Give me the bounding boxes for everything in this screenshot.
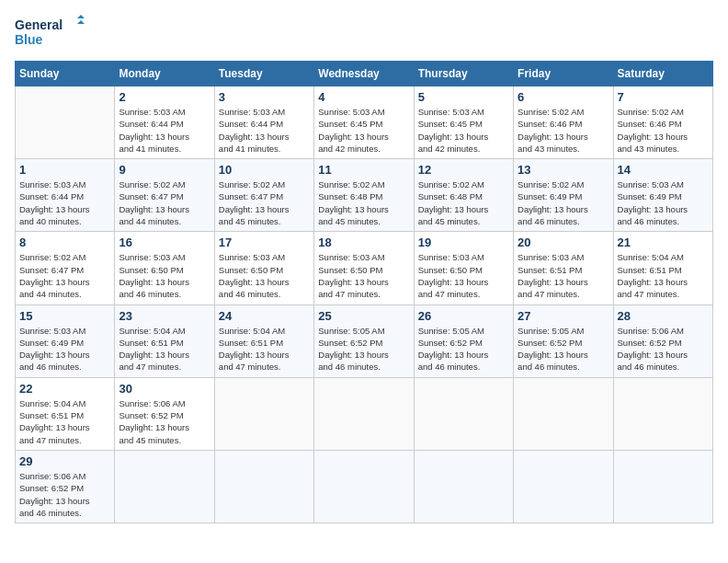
day-number: 1 <box>19 163 110 177</box>
calendar-cell: 1Sunrise: 5:03 AMSunset: 6:44 PMDaylight… <box>16 159 115 232</box>
col-header-thursday: Thursday <box>414 62 513 86</box>
day-detail: Sunrise: 5:04 AMSunset: 6:51 PMDaylight:… <box>219 325 310 373</box>
calendar-cell: 17Sunrise: 5:03 AMSunset: 6:50 PMDayligh… <box>214 232 313 304</box>
day-number: 20 <box>518 236 609 249</box>
day-detail: Sunrise: 5:02 AMSunset: 6:47 PMDaylight:… <box>19 251 110 300</box>
calendar-cell: 6Sunrise: 5:02 AMSunset: 6:46 PMDaylight… <box>514 86 613 159</box>
calendar-cell: 22Sunrise: 5:04 AMSunset: 6:51 PMDayligh… <box>16 377 115 450</box>
calendar-cell <box>16 86 115 159</box>
col-header-tuesday: Tuesday <box>214 62 313 86</box>
calendar-cell: 28Sunrise: 5:06 AMSunset: 6:52 PMDayligh… <box>613 304 712 377</box>
calendar-cell <box>613 450 712 523</box>
day-detail: Sunrise: 5:04 AMSunset: 6:51 PMDaylight:… <box>119 325 210 373</box>
day-number: 27 <box>518 309 609 323</box>
day-number: 7 <box>618 90 709 104</box>
day-number: 3 <box>219 90 310 104</box>
day-detail: Sunrise: 5:03 AMSunset: 6:44 PMDaylight:… <box>219 106 310 155</box>
day-number: 18 <box>318 236 409 249</box>
calendar-cell: 13Sunrise: 5:02 AMSunset: 6:49 PMDayligh… <box>514 159 613 232</box>
day-detail: Sunrise: 5:04 AMSunset: 6:51 PMDaylight:… <box>618 251 709 300</box>
day-number: 15 <box>19 309 110 323</box>
day-detail: Sunrise: 5:03 AMSunset: 6:44 PMDaylight:… <box>119 106 210 155</box>
calendar-cell <box>214 377 313 450</box>
calendar-cell: 24Sunrise: 5:04 AMSunset: 6:51 PMDayligh… <box>214 304 313 377</box>
calendar-cell <box>414 377 513 450</box>
calendar-cell: 7Sunrise: 5:02 AMSunset: 6:46 PMDaylight… <box>613 86 712 159</box>
day-number: 14 <box>618 163 709 177</box>
calendar-body: 2Sunrise: 5:03 AMSunset: 6:44 PMDaylight… <box>16 86 713 523</box>
calendar-cell: 21Sunrise: 5:04 AMSunset: 6:51 PMDayligh… <box>613 232 712 304</box>
calendar-cell: 4Sunrise: 5:03 AMSunset: 6:45 PMDaylight… <box>314 86 414 159</box>
day-number: 29 <box>19 454 110 468</box>
day-detail: Sunrise: 5:05 AMSunset: 6:52 PMDaylight:… <box>518 325 609 373</box>
page-header: General Blue <box>15 15 713 52</box>
calendar-cell: 15Sunrise: 5:03 AMSunset: 6:49 PMDayligh… <box>16 304 115 377</box>
week-row-5: 22Sunrise: 5:04 AMSunset: 6:51 PMDayligh… <box>16 377 713 450</box>
day-detail: Sunrise: 5:03 AMSunset: 6:44 PMDaylight:… <box>19 178 110 227</box>
day-number: 4 <box>318 90 409 104</box>
calendar-cell: 11Sunrise: 5:02 AMSunset: 6:48 PMDayligh… <box>314 159 414 232</box>
day-number: 16 <box>119 236 210 249</box>
day-number: 30 <box>119 382 210 396</box>
calendar-table: SundayMondayTuesdayWednesdayThursdayFrid… <box>15 61 713 523</box>
calendar-cell <box>514 450 613 523</box>
col-header-sunday: Sunday <box>16 62 115 86</box>
day-number: 13 <box>518 163 609 177</box>
calendar-cell: 16Sunrise: 5:03 AMSunset: 6:50 PMDayligh… <box>115 232 214 304</box>
day-number: 23 <box>119 309 210 323</box>
day-detail: Sunrise: 5:02 AMSunset: 6:49 PMDaylight:… <box>518 178 609 227</box>
day-detail: Sunrise: 5:06 AMSunset: 6:52 PMDaylight:… <box>618 325 709 373</box>
day-detail: Sunrise: 5:02 AMSunset: 6:46 PMDaylight:… <box>518 106 609 155</box>
logo: General Blue <box>15 15 88 52</box>
col-header-monday: Monday <box>115 62 214 86</box>
calendar-cell <box>414 450 513 523</box>
svg-text:General: General <box>15 17 63 32</box>
calendar-cell <box>115 450 214 523</box>
calendar-cell: 5Sunrise: 5:03 AMSunset: 6:45 PMDaylight… <box>414 86 513 159</box>
col-header-wednesday: Wednesday <box>314 62 414 86</box>
calendar-cell: 30Sunrise: 5:06 AMSunset: 6:52 PMDayligh… <box>115 377 214 450</box>
calendar-cell: 8Sunrise: 5:02 AMSunset: 6:47 PMDaylight… <box>16 232 115 304</box>
day-number: 19 <box>418 236 509 249</box>
calendar-cell: 10Sunrise: 5:02 AMSunset: 6:47 PMDayligh… <box>214 159 313 232</box>
header-row: SundayMondayTuesdayWednesdayThursdayFrid… <box>16 62 713 86</box>
calendar-cell: 9Sunrise: 5:02 AMSunset: 6:47 PMDaylight… <box>115 159 214 232</box>
day-detail: Sunrise: 5:06 AMSunset: 6:52 PMDaylight:… <box>119 397 210 446</box>
week-row-1: 2Sunrise: 5:03 AMSunset: 6:44 PMDaylight… <box>16 86 713 159</box>
day-detail: Sunrise: 5:03 AMSunset: 6:50 PMDaylight:… <box>418 251 509 300</box>
day-detail: Sunrise: 5:02 AMSunset: 6:48 PMDaylight:… <box>418 178 509 227</box>
calendar-cell: 12Sunrise: 5:02 AMSunset: 6:48 PMDayligh… <box>414 159 513 232</box>
day-detail: Sunrise: 5:02 AMSunset: 6:48 PMDaylight:… <box>318 178 409 227</box>
day-number: 11 <box>318 163 409 177</box>
day-detail: Sunrise: 5:03 AMSunset: 6:45 PMDaylight:… <box>418 106 509 155</box>
svg-text:Blue: Blue <box>15 32 43 47</box>
week-row-3: 8Sunrise: 5:02 AMSunset: 6:47 PMDaylight… <box>16 232 713 304</box>
day-number: 10 <box>219 163 310 177</box>
day-detail: Sunrise: 5:05 AMSunset: 6:52 PMDaylight:… <box>318 325 409 373</box>
calendar-cell: 2Sunrise: 5:03 AMSunset: 6:44 PMDaylight… <box>115 86 214 159</box>
col-header-saturday: Saturday <box>613 62 712 86</box>
logo-svg: General Blue <box>15 15 88 52</box>
day-detail: Sunrise: 5:04 AMSunset: 6:51 PMDaylight:… <box>19 397 110 446</box>
calendar-cell: 26Sunrise: 5:05 AMSunset: 6:52 PMDayligh… <box>414 304 513 377</box>
calendar-header: SundayMondayTuesdayWednesdayThursdayFrid… <box>16 62 713 86</box>
day-detail: Sunrise: 5:03 AMSunset: 6:50 PMDaylight:… <box>119 251 210 300</box>
day-number: 2 <box>119 90 210 104</box>
day-detail: Sunrise: 5:06 AMSunset: 6:52 PMDaylight:… <box>19 470 110 519</box>
calendar-cell <box>214 450 313 523</box>
calendar-cell: 3Sunrise: 5:03 AMSunset: 6:44 PMDaylight… <box>214 86 313 159</box>
day-number: 25 <box>318 309 409 323</box>
week-row-4: 15Sunrise: 5:03 AMSunset: 6:49 PMDayligh… <box>16 304 713 377</box>
day-detail: Sunrise: 5:03 AMSunset: 6:45 PMDaylight:… <box>318 106 409 155</box>
day-detail: Sunrise: 5:02 AMSunset: 6:47 PMDaylight:… <box>119 178 210 227</box>
day-detail: Sunrise: 5:03 AMSunset: 6:49 PMDaylight:… <box>19 325 110 373</box>
calendar-cell: 29Sunrise: 5:06 AMSunset: 6:52 PMDayligh… <box>16 450 115 523</box>
day-number: 12 <box>418 163 509 177</box>
day-detail: Sunrise: 5:02 AMSunset: 6:47 PMDaylight:… <box>219 178 310 227</box>
calendar-cell <box>314 450 414 523</box>
calendar-cell: 18Sunrise: 5:03 AMSunset: 6:50 PMDayligh… <box>314 232 414 304</box>
day-number: 21 <box>618 236 709 249</box>
calendar-cell <box>514 377 613 450</box>
day-number: 22 <box>19 382 110 396</box>
day-number: 17 <box>219 236 310 249</box>
